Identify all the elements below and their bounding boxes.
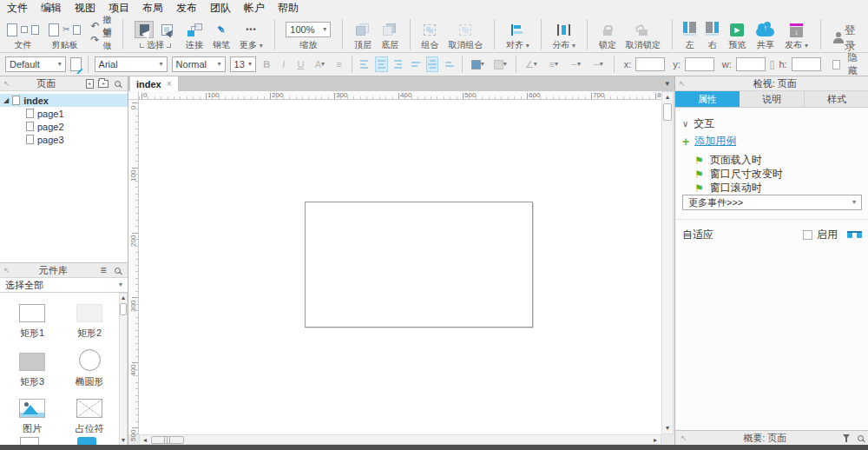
distribute-button[interactable]: 分布 ▾ [552, 17, 575, 51]
save-icon[interactable] [21, 26, 28, 33]
share-button[interactable]: ↑ 共享 [756, 17, 774, 51]
more-events-select[interactable]: 更多事件>>> ▾ [682, 195, 862, 210]
widget-image[interactable]: 图片 [4, 394, 60, 435]
tab-notes[interactable]: 说明 [740, 91, 805, 107]
interactions-section-header[interactable]: ∨ 交互 [682, 116, 714, 131]
tab-style[interactable]: 样式 [805, 91, 868, 107]
text-align-left-button[interactable] [358, 56, 371, 72]
text-align-middle-button[interactable] [426, 56, 439, 72]
constrain-proportions-icon[interactable]: [] [770, 60, 775, 69]
line-style-button[interactable]: ┄▾ [567, 56, 585, 72]
add-folder-button[interactable]: + [96, 77, 110, 89]
widgets-scrollbar[interactable]: ▴ ▾ [119, 293, 128, 445]
ungroup-button[interactable]: 取消组合 [448, 17, 483, 51]
style-preset-select[interactable]: Default ▾ [5, 56, 66, 72]
widget-placeholder[interactable]: 占位符 [62, 394, 117, 435]
widget-partial-primary-button[interactable] [77, 437, 96, 445]
zoom-select[interactable]: 100% ▾ [286, 22, 331, 37]
group-button[interactable]: 组合 [421, 17, 438, 51]
new-file-icon[interactable] [7, 23, 17, 36]
font-family-select[interactable]: Arial ▾ [95, 56, 168, 72]
copy-icon[interactable] [73, 25, 81, 35]
scrollbar-thumb[interactable] [120, 303, 127, 315]
scroll-down-icon[interactable]: ▾ [120, 437, 127, 444]
scroll-up-icon[interactable]: ▴ [662, 94, 673, 101]
manage-adaptive-views-icon[interactable] [847, 231, 862, 239]
search-pages-button[interactable] [110, 77, 124, 89]
adaptive-enable-checkbox[interactable] [803, 230, 812, 240]
page-tree-item-index[interactable]: ◢ index [0, 94, 128, 107]
italic-button[interactable]: I [278, 56, 291, 72]
w-input[interactable] [736, 57, 766, 71]
scrollbar-thumb[interactable] [663, 103, 672, 121]
bring-to-front-button[interactable]: 顶层 [354, 17, 372, 51]
text-align-center-button[interactable] [375, 56, 388, 72]
send-to-back-button[interactable]: 底层 [381, 17, 398, 51]
menu-edit[interactable]: 编辑 [41, 1, 62, 16]
hidden-checkbox[interactable] [832, 60, 840, 69]
arrow-style-button[interactable]: ┄▾ [589, 56, 608, 72]
clipboard-tools[interactable]: ✂ 剪贴板 [49, 17, 81, 51]
paste-icon[interactable] [49, 23, 59, 36]
text-align-bottom-button[interactable] [443, 56, 456, 72]
shadow-color-button[interactable]: ▾ [491, 56, 510, 72]
menu-publish[interactable]: 发布 [176, 1, 197, 16]
publish-button[interactable]: ↓ 发布 ▾ [785, 17, 808, 51]
font-weight-select[interactable]: Normal ▾ [172, 56, 226, 72]
x-input[interactable] [635, 57, 665, 71]
tab-index[interactable]: index × [130, 76, 178, 91]
font-color-button[interactable]: A▾ [312, 56, 328, 72]
bold-button[interactable]: B [260, 56, 273, 72]
rectangle-widget[interactable] [305, 202, 533, 328]
underline-button[interactable]: U [294, 56, 307, 72]
collapse-panel-icon[interactable]: ↖ [3, 266, 10, 275]
unlock-button[interactable]: 取消锁定 [626, 17, 661, 51]
bullet-list-button[interactable]: ≡ [332, 56, 345, 72]
canvas-horizontal-scrollbar[interactable]: ◂ ▸ [139, 434, 661, 445]
menu-layout[interactable]: 布局 [142, 1, 163, 16]
text-align-top-button[interactable] [409, 56, 422, 72]
cut-icon[interactable]: ✂ [62, 25, 69, 34]
widget-ellipse[interactable]: 椭圆形 [62, 347, 117, 388]
y-input[interactable] [685, 57, 714, 71]
edit-style-icon[interactable] [70, 57, 82, 71]
more-tools[interactable]: ••• 更多 ▾ [240, 17, 263, 51]
file-tools[interactable]: 文件 [7, 17, 39, 51]
widget-rect2[interactable]: 矩形2 [62, 298, 117, 340]
collapse-panel-icon[interactable]: ↖ [679, 79, 686, 88]
redo-button[interactable]: ↷ 重做 [90, 34, 111, 45]
h-input[interactable] [792, 57, 821, 71]
font-size-select[interactable]: 13 ▾ [230, 56, 256, 72]
line-color-button[interactable]: ∠▾ [522, 56, 540, 72]
horizontal-ruler[interactable]: 0 100 200 300 400 500 600 700 800 [139, 91, 661, 100]
canvas[interactable] [139, 100, 661, 434]
widget-partial-button[interactable] [20, 437, 39, 445]
event-window-scroll[interactable]: ⚑ 窗口滚动时 [694, 181, 762, 195]
page-tree-item-page3[interactable]: page3 [0, 133, 128, 146]
page-tree-item-page2[interactable]: page2 [0, 120, 128, 133]
close-tab-icon[interactable]: × [167, 79, 172, 89]
page-tree-item-page1[interactable]: page1 [0, 107, 128, 120]
widget-library-select[interactable]: 选择全部 ▾ [0, 278, 128, 293]
scroll-right-icon[interactable]: ▸ [652, 437, 659, 444]
connect-tool[interactable]: 连接 [186, 17, 203, 51]
align-left-button[interactable]: 左 [683, 17, 696, 51]
text-align-right-button[interactable] [392, 56, 405, 72]
tab-overflow-icon[interactable]: ▾ [665, 79, 669, 88]
menu-team[interactable]: 团队 [210, 1, 231, 16]
widget-rect3[interactable]: 矩形3 [4, 347, 60, 388]
lock-button[interactable]: 锁定 [599, 17, 616, 51]
menu-help[interactable]: 帮助 [278, 1, 299, 16]
widgets-menu-icon[interactable]: ≡ [96, 264, 110, 276]
menu-view[interactable]: 视图 [75, 1, 95, 16]
collapse-panel-icon[interactable]: ↖ [3, 79, 10, 88]
align-button[interactable]: 对齐 ▾ [506, 17, 529, 51]
menu-file[interactable]: 文件 [7, 1, 28, 16]
select-intersect-button[interactable] [135, 21, 154, 38]
search-icon[interactable] [858, 435, 864, 441]
event-page-load[interactable]: ⚑ 页面载入时 [694, 153, 762, 168]
widget-rect1[interactable]: 矩形1 [4, 298, 60, 340]
add-page-button[interactable]: + [82, 77, 96, 89]
filter-icon[interactable] [843, 434, 851, 442]
login-button[interactable]: 登录 [833, 17, 859, 51]
